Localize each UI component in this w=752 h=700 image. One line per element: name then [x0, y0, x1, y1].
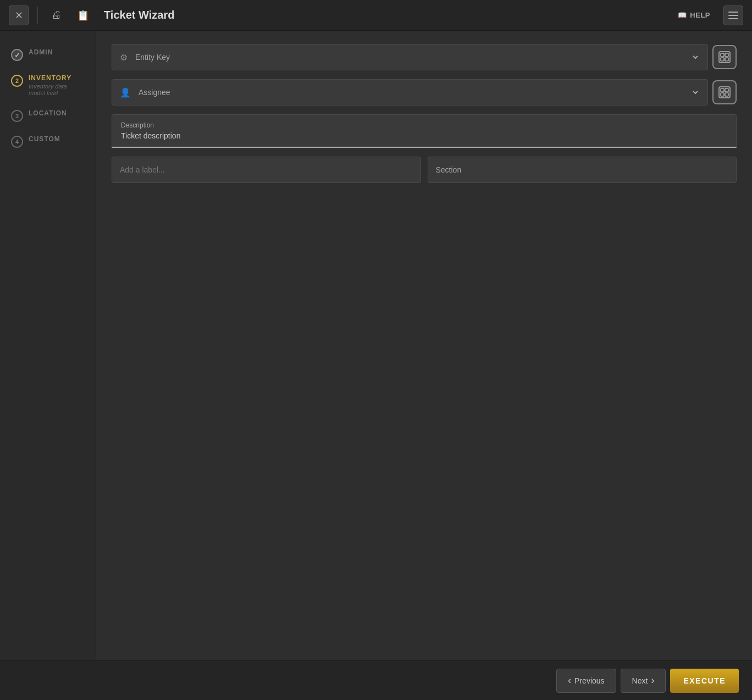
- help-button[interactable]: 📖 HELP: [678, 11, 710, 19]
- assignee-action-button[interactable]: [712, 80, 737, 104]
- add-label-input[interactable]: [112, 157, 421, 183]
- step-3-indicator: 3: [11, 110, 23, 122]
- step-3-label: LOCATION: [29, 109, 67, 117]
- step-3-content: LOCATION: [29, 109, 67, 117]
- main-layout: ADMIN 2 INVENTORY Inventory data model f…: [0, 31, 752, 700]
- step-4-content: CUSTOM: [29, 135, 60, 143]
- assignee-field[interactable]: 👤 Assignee: [112, 79, 708, 105]
- sidebar-item-location[interactable]: 3 LOCATION: [0, 103, 96, 129]
- svg-rect-1: [725, 53, 728, 57]
- step-1-label: ADMIN: [29, 48, 53, 56]
- page-title: Ticket Wizard: [104, 9, 671, 21]
- hamburger-icon: [728, 12, 738, 19]
- next-label: Next: [632, 676, 648, 685]
- description-value: Ticket description: [121, 131, 727, 140]
- step-1-indicator: [11, 49, 23, 61]
- assignee-icon: 👤: [120, 87, 131, 98]
- svg-rect-4: [721, 88, 724, 92]
- entity-key-icon: ⚙: [120, 52, 128, 63]
- sidebar-item-admin[interactable]: ADMIN: [0, 42, 96, 68]
- svg-rect-5: [725, 88, 728, 92]
- file-button[interactable]: 📋: [73, 5, 93, 25]
- svg-rect-6: [721, 93, 724, 96]
- sidebar: ADMIN 2 INVENTORY Inventory data model f…: [0, 31, 96, 700]
- svg-rect-0: [721, 53, 724, 57]
- description-field[interactable]: Description Ticket description: [112, 114, 737, 148]
- section-input[interactable]: [428, 157, 737, 183]
- entity-key-row: ⚙ Entity Key: [112, 44, 737, 70]
- topbar: ✕ 🖨 📋 Ticket Wizard 📖 HELP: [0, 0, 752, 31]
- step-2-content: INVENTORY Inventory data model field: [29, 74, 85, 96]
- help-book-icon: 📖: [678, 11, 687, 19]
- step-2-num: 2: [15, 77, 19, 84]
- step-4-label: CUSTOM: [29, 135, 60, 143]
- topbar-divider: [37, 7, 38, 24]
- description-label: Description: [121, 121, 727, 129]
- step-4-indicator: 4: [11, 136, 23, 148]
- check-icon: [14, 51, 20, 59]
- execute-button[interactable]: EXECUTE: [670, 669, 739, 693]
- footer: Previous Next EXECUTE: [0, 660, 752, 700]
- chevron-left-icon: [568, 675, 571, 686]
- step-1-content: ADMIN: [29, 48, 53, 56]
- assignee-action-icon: [718, 86, 731, 98]
- svg-rect-3: [725, 58, 728, 61]
- assignee-row: 👤 Assignee: [112, 79, 737, 105]
- menu-button[interactable]: [723, 5, 743, 25]
- close-icon: ✕: [15, 9, 23, 21]
- svg-rect-7: [725, 93, 728, 96]
- close-button[interactable]: ✕: [9, 5, 29, 25]
- svg-rect-2: [721, 58, 724, 61]
- step-2-sublabel: Inventory data model field: [29, 83, 85, 96]
- entity-key-action-button[interactable]: [712, 45, 737, 69]
- print-button[interactable]: 🖨: [47, 5, 67, 25]
- entity-key-action-icon: [718, 51, 731, 63]
- assignee-select[interactable]: Assignee: [136, 87, 700, 97]
- execute-label: EXECUTE: [683, 676, 726, 685]
- next-button[interactable]: Next: [621, 669, 666, 693]
- help-label: HELP: [690, 11, 710, 19]
- sidebar-item-inventory[interactable]: 2 INVENTORY Inventory data model field: [0, 68, 96, 103]
- step-2-label: INVENTORY: [29, 74, 85, 82]
- step-4-num: 4: [15, 138, 19, 145]
- file-icon: 📋: [77, 9, 89, 21]
- main-content: ⚙ Entity Key 👤: [96, 31, 752, 700]
- label-section-row: [112, 157, 737, 183]
- chevron-right-icon: [651, 675, 654, 686]
- entity-key-select[interactable]: Entity Key: [133, 52, 700, 62]
- print-icon: 🖨: [52, 9, 62, 21]
- step-3-num: 3: [15, 113, 19, 119]
- previous-button[interactable]: Previous: [556, 669, 616, 693]
- entity-key-field[interactable]: ⚙ Entity Key: [112, 44, 708, 70]
- previous-label: Previous: [574, 676, 604, 685]
- sidebar-item-custom[interactable]: 4 CUSTOM: [0, 129, 96, 154]
- step-2-indicator: 2: [11, 75, 23, 87]
